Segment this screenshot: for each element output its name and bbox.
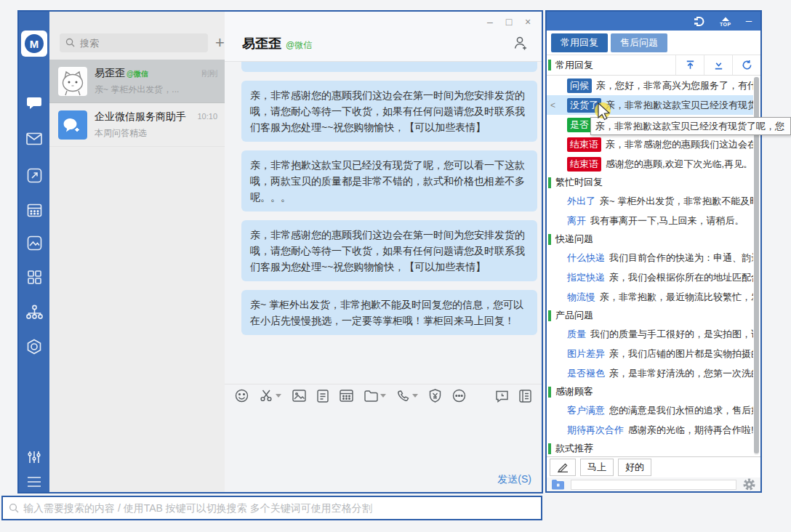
filters-icon[interactable] <box>19 446 49 468</box>
group-title-text: 产品问题 <box>555 309 593 322</box>
reply-item[interactable]: 结束语感谢您的惠顾,欢迎下次光临,再见。 <box>547 154 753 174</box>
caret-down-icon <box>412 394 418 398</box>
pin-magnet-icon[interactable] <box>693 16 705 27</box>
apps-grid-icon[interactable] <box>19 266 49 288</box>
scroll-to-bottom-button[interactable] <box>704 55 732 75</box>
calendar-grid-icon[interactable] <box>340 390 353 402</box>
top-label: TOP <box>720 22 731 27</box>
panel-tabs: 常用回复 售后问题 <box>547 31 760 55</box>
menu-icon[interactable] <box>19 471 49 493</box>
reply-text: 您的满意是我们永恒的追求，售后如... <box>609 404 753 417</box>
chat-icon[interactable] <box>19 92 49 113</box>
reply-text: 亲~ 掌柜外出发货，非常抱歉不能及时... <box>600 195 753 208</box>
panel-bottom-bar <box>547 477 760 491</box>
reply-tag: 问候 <box>567 78 592 93</box>
reply-tooltip: 亲，非常抱歉这款宝贝已经没有现货了呢，您 <box>590 117 791 135</box>
caret-down-icon <box>380 394 386 398</box>
reply-item[interactable]: 外出了亲~ 掌柜外出发货，非常抱歉不能及时... <box>547 191 753 211</box>
reply-tag: 是否褪色 <box>567 366 605 381</box>
calendar-icon[interactable] <box>19 199 49 221</box>
more-icon[interactable] <box>452 389 466 403</box>
green-bar <box>548 387 551 398</box>
panel-bottom-input[interactable] <box>571 480 736 490</box>
search-icon <box>9 503 19 513</box>
add-chat-button[interactable]: + <box>215 36 225 50</box>
search-icon <box>65 38 75 47</box>
reply-item[interactable]: 客户满意您的满意是我们永恒的追求，售后如... <box>547 400 753 420</box>
logo-letter: M <box>30 38 39 50</box>
maximize-button[interactable]: □ <box>499 14 518 30</box>
reply-text: 亲，是非常好清洗的，您第一次洗的... <box>609 367 753 380</box>
reply-group-title: 款式推荐 <box>547 440 753 456</box>
global-search-bar <box>1 496 542 520</box>
chat-area: – □ × 易歪歪@微信 亲，非常感谢您的惠顾我们这边会在第一时间为您安排发货的… <box>225 12 542 492</box>
tab-common-replies[interactable]: 常用回复 <box>551 33 608 52</box>
close-button[interactable]: × <box>518 14 537 30</box>
reply-item[interactable]: 是否褪色亲，是非常好清洗的，您第一次洗的... <box>547 363 753 383</box>
chat-list-item[interactable]: 易歪歪@微信 亲~ 掌柜外出发货，... 刚刚 <box>49 60 225 103</box>
image-icon[interactable] <box>292 390 306 402</box>
reply-item[interactable]: 什么快递我们目前合作的快递为：申通、韵达... <box>547 248 753 267</box>
reply-group-title: 繁忙时回复 <box>547 174 753 191</box>
panel-minimize-button[interactable]: – <box>746 15 752 25</box>
share-icon[interactable] <box>19 164 49 186</box>
minimize-button[interactable]: – <box>481 14 499 30</box>
reply-item[interactable]: 结束语亲，非常感谢您的惠顾我们这边会在第... <box>547 134 753 154</box>
insert-chevron-icon[interactable]: < <box>550 100 555 110</box>
chat-item-name: 易歪歪 <box>95 67 125 78</box>
reply-group-title: 快递问题 <box>547 230 753 248</box>
emoji-icon[interactable] <box>235 389 249 403</box>
reply-text: 感谢您的惠顾,欢迎下次光临,再见。 <box>606 158 752 171</box>
green-bar <box>548 443 551 454</box>
scroll-to-top-button[interactable] <box>675 55 704 75</box>
send-button[interactable]: 发送(S) <box>497 469 531 488</box>
payment-shield-icon[interactable] <box>429 389 441 403</box>
quick-reply-button[interactable]: 马上 <box>580 459 614 476</box>
blue-folder-icon[interactable] <box>551 479 565 490</box>
quick-reply-panel: TOP – 常用回复 售后问题 常用回复 问候亲，您好，非常高兴为您服务了，有什… <box>545 10 762 493</box>
reply-item[interactable]: <没货了亲，非常抱歉这款宝贝已经没有现货了... <box>547 95 753 115</box>
wechat-badge: @微信 <box>127 70 148 78</box>
org-chart-icon[interactable] <box>19 301 49 323</box>
message-list: 亲，非常感谢您的惠顾我们这边会在第一时间为您安排发货的哦，请您耐心等待一下收货，… <box>225 62 542 384</box>
chat-item-preview: 本周问答精选 <box>95 127 190 140</box>
reply-tag: 没货了 <box>567 98 601 113</box>
app-logo: M <box>21 31 47 57</box>
global-search-input[interactable] <box>23 502 535 514</box>
add-person-icon[interactable] <box>513 35 529 54</box>
reading-list-icon[interactable] <box>519 390 531 403</box>
reply-item[interactable]: 质量我们的质量与手工很好的，是实拍图，请... <box>547 324 753 344</box>
reply-item[interactable]: 指定快递亲，我们会根据你所在的地址匹配合... <box>547 267 753 287</box>
edit-pencil-button[interactable] <box>550 459 576 476</box>
reply-item[interactable]: 物流慢亲，非常抱歉，最近物流比较繁忙，发... <box>547 287 753 307</box>
reply-text: 我们的质量与手工很好的，是实拍图，请... <box>590 328 753 341</box>
reply-item[interactable]: 离开我有事离开一下,马上回来，请稍后。 <box>547 211 753 230</box>
gallery-icon[interactable] <box>19 232 49 254</box>
notes-icon[interactable] <box>317 390 329 403</box>
chat-history-icon[interactable] <box>495 390 509 403</box>
gear-icon[interactable] <box>742 477 756 491</box>
group-title-text: 繁忙时回复 <box>555 176 603 189</box>
message-input[interactable] <box>225 407 542 469</box>
message-bubble: 亲，非常抱歉这款宝贝已经没有现货了呢，您可以看一下这款哦，两款宝贝的质量都是非常… <box>241 150 537 211</box>
screenshot-scissors-icon[interactable] <box>260 389 281 403</box>
tab-aftersales[interactable]: 售后问题 <box>611 33 667 52</box>
chat-search-input[interactable] <box>60 33 208 52</box>
green-bar <box>548 310 551 321</box>
main-window: M <box>17 10 543 493</box>
phone-icon[interactable] <box>397 390 418 403</box>
green-bar <box>548 177 551 188</box>
mail-icon[interactable] <box>19 128 49 150</box>
avatar <box>58 67 87 96</box>
refresh-button[interactable] <box>732 55 760 75</box>
reply-item[interactable]: 期待再次合作感谢亲的光临，期待再合作啦!，... <box>547 420 753 440</box>
chat-list-item[interactable]: 企业微信服务商助手 本周问答精选 10:10 <box>49 103 225 147</box>
package-icon[interactable] <box>19 336 49 358</box>
reply-tag: 质量 <box>567 327 586 342</box>
reply-item[interactable]: 图片差异亲，我们店铺的图片都是实物拍摄的... <box>547 344 753 363</box>
reply-text: 亲，我们店铺的图片都是实物拍摄的... <box>609 347 753 360</box>
scroll-top-icon[interactable]: TOP <box>720 16 731 27</box>
folder-icon[interactable] <box>364 390 386 402</box>
quick-reply-button[interactable]: 好的 <box>618 459 651 476</box>
reply-item[interactable]: 问候亲，您好，非常高兴为您服务了，有什么... <box>547 76 753 95</box>
